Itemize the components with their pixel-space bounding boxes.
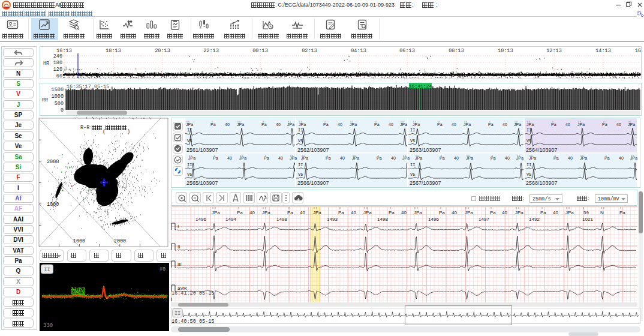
svg-text:JPa: JPa [565,210,574,215]
svg-text:02:13: 02:13 [302,48,317,54]
svg-text:1496: 1496 [428,217,439,222]
svg-text:JPa: JPa [580,156,587,160]
svg-text:Pa: Pa [326,156,331,160]
svg-text:40: 40 [505,156,510,160]
svg-text:Pa: Pa [551,122,556,127]
svg-text:JPa: JPa [514,122,521,127]
svg-text:18:13: 18:13 [106,48,121,54]
svg-text:40: 40 [565,122,570,127]
svg-text:Pa: Pa [490,210,496,215]
svg-text:40: 40 [227,156,232,160]
svg-text:V5: V5 [298,139,303,143]
svg-text:I: I [177,224,179,229]
svg-text:240: 240 [53,53,62,59]
svg-text:Pa: Pa [602,122,607,127]
svg-text:JPa: JPa [516,156,523,160]
svg-text:16:41:24: 16:41:24 [409,83,432,89]
svg-text:1021: 1021 [582,217,593,222]
svg-text:59: 59 [583,210,589,215]
svg-text:Pa: Pa [540,210,546,215]
svg-text:II: II [187,163,192,167]
svg-text:1494: 1494 [225,217,236,222]
svg-text:III: III [177,262,182,267]
svg-text:JPa: JPa [400,122,407,127]
svg-text:1498: 1498 [377,217,388,222]
svg-text:2566/103907: 2566/103907 [297,180,329,186]
svg-text:V5: V5 [187,172,192,177]
svg-text:120: 120 [53,67,62,73]
svg-text:JPa: JPa [402,156,410,160]
svg-text:00:13: 00:13 [252,48,268,54]
svg-text:JPa: JPa [529,156,536,160]
svg-text:40: 40 [619,156,624,160]
svg-text:1497: 1497 [479,217,489,222]
svg-text:1492: 1492 [529,217,540,222]
svg-text:JPa: JPa [515,210,523,215]
svg-text:16:40:50 05-15: 16:40:50 05-15 [171,319,214,324]
svg-text:40: 40 [389,122,393,127]
svg-text:JPa: JPa [526,122,534,127]
svg-text:JPa: JPa [466,156,473,160]
svg-text:Pa: Pa [377,156,382,160]
svg-text:JPa: JPa [628,122,635,127]
svg-text:JPa: JPa [239,156,246,160]
svg-text:1498: 1498 [276,217,287,222]
svg-text:Pa: Pa [604,156,610,160]
svg-text:JPa: JPa [313,210,321,215]
svg-text:#0: #0 [160,266,165,272]
svg-text:2561/103907: 2561/103907 [186,147,218,153]
svg-text:JPa: JPa [465,210,473,215]
svg-text:Pa: Pa [213,156,218,160]
svg-text:Pa: Pa [338,210,344,215]
svg-text:JPa: JPa [290,156,297,160]
svg-text:Pa: Pa [619,210,625,215]
svg-text:40: 40 [338,122,342,127]
svg-text:40: 40 [502,122,507,127]
svg-text:JPa: JPa [188,156,195,160]
svg-text:22:13: 22:13 [203,48,219,54]
svg-text:Pa: Pa [210,122,216,127]
svg-text:Pa: Pa [389,210,395,215]
svg-text:40: 40 [340,156,345,160]
svg-text:40: 40 [391,156,396,160]
svg-text:JPa: JPa [415,156,422,160]
svg-text:Pa: Pa [237,210,243,215]
svg-text:2565/103907: 2565/103907 [186,180,218,186]
svg-text:0: 0 [61,107,64,113]
svg-text:JPa: JPa [237,122,244,127]
svg-text:06:13: 06:13 [399,48,415,54]
svg-text:2562/103907: 2562/103907 [297,147,329,153]
svg-text:16:41:20 05-15: 16:41:20 05-15 [171,290,214,296]
svg-text:2567/103907: 2567/103907 [410,180,441,186]
svg-text:V5: V5 [526,172,531,177]
svg-text:08:13: 08:13 [449,48,464,54]
svg-text:II: II [410,163,415,167]
svg-text:40: 40 [616,122,621,127]
svg-text:40: 40 [351,210,356,215]
svg-text:Pa: Pa [553,156,559,160]
svg-text:330: 330 [43,323,53,329]
svg-text:Pa: Pa [264,156,269,160]
svg-text:40: 40 [401,210,407,215]
svg-text:2564/103907: 2564/103907 [526,147,558,153]
svg-text:JPa: JPa [186,122,193,127]
svg-text:60: 60 [56,73,62,79]
svg-text:II: II [174,311,180,317]
svg-text:40: 40 [553,210,558,215]
svg-text:2563/103907: 2563/103907 [410,147,441,153]
svg-text:II: II [526,163,531,167]
svg-text:2000: 2000 [47,159,59,165]
svg-text:1000: 1000 [73,238,85,244]
svg-text:JPa: JPa [363,210,372,215]
svg-text:500: 500 [55,101,64,107]
svg-text:1496: 1496 [195,217,206,222]
svg-text:Pa: Pa [261,122,267,127]
svg-text:JPa: JPa [630,156,637,160]
svg-text:1500: 1500 [52,87,64,93]
svg-text:JPa: JPa [577,122,585,127]
svg-text:JPa: JPa [212,210,220,215]
svg-text:Pa: Pa [287,210,293,215]
svg-text:40: 40 [502,210,507,215]
svg-text:II: II [44,267,50,273]
svg-text:Pa: Pa [374,122,380,127]
